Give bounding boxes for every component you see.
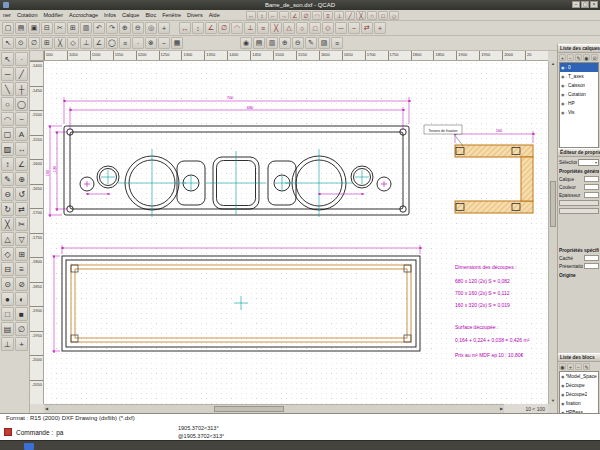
stop-command-icon[interactable]	[4, 428, 12, 436]
dim-angular-tool[interactable]: ∠	[15, 157, 28, 171]
property-value-field[interactable]	[584, 255, 599, 261]
layer-add-icon[interactable]: +	[559, 54, 566, 61]
menu-aide[interactable]: Aide	[206, 12, 223, 18]
layer-visibility-icon[interactable]: ◉	[583, 54, 590, 61]
scroll-right-icon[interactable]: ▶	[500, 406, 503, 412]
block-edit-icon[interactable]: ✎	[583, 363, 590, 370]
circle-2p-tool[interactable]: ◯	[15, 97, 28, 111]
snap-intersection-icon[interactable]: ╳	[54, 37, 66, 49]
dim-cross-icon[interactable]: ╳	[356, 11, 366, 20]
solid-fill-tool[interactable]: ●	[1, 292, 14, 306]
layer-row-t-axes[interactable]: ◉◦T_axes	[560, 72, 598, 81]
taskbar-app-icon[interactable]	[24, 443, 34, 450]
property-value-field[interactable]	[584, 192, 599, 198]
trim-tool[interactable]: ╳	[1, 217, 14, 231]
point-tool[interactable]: ∙	[15, 52, 28, 66]
snap-center-icon[interactable]: ⊙	[15, 37, 27, 49]
triangle-tool[interactable]: △	[1, 232, 14, 246]
dim-perpendicular-icon[interactable]: ⊥	[334, 11, 344, 20]
redo-icon[interactable]: ↷	[106, 22, 118, 34]
close-button[interactable]: ×	[590, 1, 598, 8]
snap-point-icon[interactable]: ·	[132, 37, 144, 49]
draw-rect-icon[interactable]: □	[309, 22, 321, 34]
menu-cotation[interactable]: Cotation	[14, 12, 41, 18]
layer-lock-icon[interactable]: ◦	[566, 65, 567, 70]
subtract-tool[interactable]: ⊟	[1, 262, 14, 276]
menu-calque[interactable]: Calque	[119, 12, 142, 18]
menu-infos[interactable]: Infos	[101, 12, 119, 18]
horizontal-scrollbar[interactable]: ◀ ▶	[44, 404, 504, 413]
selection-dropdown[interactable]: ▾	[578, 159, 599, 166]
menu-fen-tre[interactable]: Fenêtre	[159, 12, 184, 18]
rotate-cw-tool[interactable]: ↻	[1, 202, 14, 216]
copy-icon[interactable]: ⊞	[67, 22, 79, 34]
minimize-button[interactable]: –	[572, 1, 580, 8]
snap-middle-icon[interactable]: ◇	[67, 37, 79, 49]
dim-left-icon[interactable]: ←	[268, 11, 278, 20]
block-list-icon[interactable]: ▥	[266, 37, 278, 49]
command-input[interactable]: pa	[56, 429, 63, 436]
layer-lock-icon[interactable]: ◦	[566, 101, 567, 106]
library-tool[interactable]: ▤	[1, 322, 14, 336]
text-tool[interactable]: A	[15, 127, 28, 141]
snap-off-icon[interactable]: ⊗	[145, 37, 157, 49]
square-tool[interactable]: □	[1, 307, 14, 321]
block-visibility-icon[interactable]: ◉	[561, 383, 565, 388]
dim-vertical-tool[interactable]: ↕	[1, 157, 14, 171]
layer-visibility-icon[interactable]: ◉	[561, 110, 565, 115]
layer-visibility-icon[interactable]: ◉	[561, 101, 565, 106]
zoom-auto-icon[interactable]: ◎	[145, 22, 157, 34]
block-row-d-coupe2[interactable]: ◉Découpe2	[560, 390, 598, 399]
hatch-tool[interactable]: ▨	[1, 142, 14, 156]
zoom-in-tool[interactable]: ⊕	[15, 172, 28, 186]
draw-diamond-icon[interactable]: ◇	[322, 22, 334, 34]
dim-radius-icon[interactable]: ◠	[231, 22, 243, 34]
zoom-out-tool[interactable]: ⊖	[1, 187, 14, 201]
vertical-scrollbar[interactable]: ▲ ▼	[548, 61, 557, 404]
open-file-icon[interactable]: ▤	[15, 22, 27, 34]
zoom-out-icon[interactable]: ⊖	[132, 22, 144, 34]
hatch-icon[interactable]: ▨	[318, 37, 330, 49]
dim-circle-icon[interactable]: ○	[367, 11, 377, 20]
plus-tool[interactable]: +	[15, 337, 28, 351]
layer-visibility-icon[interactable]: ◉	[561, 92, 565, 97]
block-visibility-icon[interactable]: ◉	[561, 374, 565, 379]
polygon-tool[interactable]: ◇	[1, 247, 14, 261]
line-angle-tool[interactable]: ╱	[15, 67, 28, 81]
paste-icon[interactable]: ▥	[80, 22, 92, 34]
dim-ordinate-icon[interactable]: ⊥	[244, 22, 256, 34]
edit-tool[interactable]: ✎	[1, 172, 14, 186]
dim-baseline-icon[interactable]: ≡	[323, 11, 333, 20]
dim-diameter2-icon[interactable]: ∅	[218, 22, 230, 34]
line-angle2-tool[interactable]: ╲	[1, 82, 14, 96]
dim-vertical2-icon[interactable]: ↕	[192, 22, 204, 34]
select-tool[interactable]: ↖	[1, 52, 14, 66]
block-row-model-space[interactable]: ◉*Model_Space	[560, 372, 598, 381]
snap-circle-icon[interactable]: ◯	[106, 37, 118, 49]
perpendicular-tool[interactable]: ⊥	[1, 337, 14, 351]
block-add-icon[interactable]: +	[567, 363, 574, 370]
diameter-tool[interactable]: ∅	[15, 322, 28, 336]
snap-matrix-icon[interactable]: ▦	[171, 37, 183, 49]
block-visibility-icon[interactable]: ◉	[559, 363, 566, 370]
layer-lock-icon[interactable]: ◦	[566, 92, 567, 97]
swap-icon[interactable]: ⇄	[361, 22, 373, 34]
layer-row-caisson[interactable]: ◉◦Caisson	[560, 81, 598, 90]
snap-tangent-icon[interactable]: ~	[158, 37, 170, 49]
menu-ner[interactable]: ner	[0, 12, 14, 18]
spline-tool[interactable]: ~	[15, 112, 28, 126]
new-file-icon[interactable]: ▢	[2, 22, 14, 34]
layer-lock-icon[interactable]: ⊘	[591, 54, 598, 61]
menu-modifier[interactable]: Modifier	[40, 12, 66, 18]
layer-edit-icon[interactable]: ✎	[575, 54, 582, 61]
block-remove-icon[interactable]: −	[575, 363, 582, 370]
block-row-d-coupe[interactable]: ◉Découpe	[560, 381, 598, 390]
dim-aligned-icon[interactable]: ↔	[246, 11, 256, 20]
dim-arc-icon[interactable]: ◠	[312, 11, 322, 20]
layer-row-hp[interactable]: ◉◦HP	[560, 99, 598, 108]
rotate-ccw-tool[interactable]: ↺	[15, 187, 28, 201]
snap-center-tool[interactable]: ⊙	[1, 277, 14, 291]
dim-continue-icon[interactable]: ≡	[257, 22, 269, 34]
dim-horizontal-icon[interactable]: ↔	[179, 22, 191, 34]
snap-perpendicular-icon[interactable]: ⊥	[80, 37, 92, 49]
